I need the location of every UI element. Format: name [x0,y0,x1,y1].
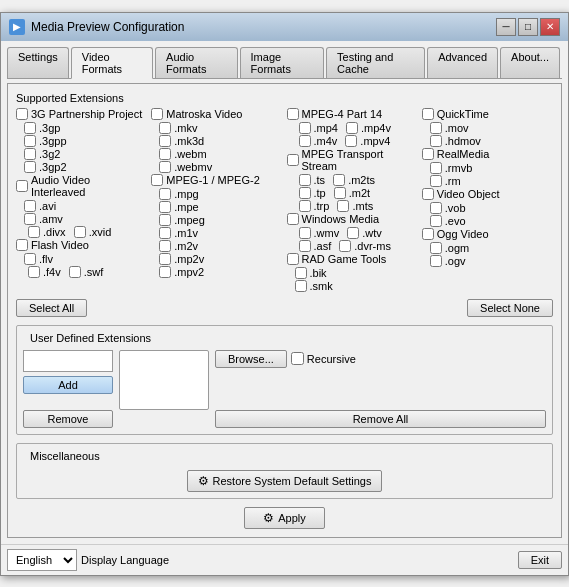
select-none-button[interactable]: Select None [467,299,553,317]
item-mkv: .mkv [155,122,282,134]
tab-about[interactable]: About... [500,47,560,78]
checkbox-mpeg12-group[interactable] [151,174,163,186]
flash-inline: .f4v .swf [20,266,147,279]
tab-image-formats[interactable]: Image Formats [240,47,325,78]
checkbox-trp[interactable] [299,200,311,212]
checkbox-dvr-ms[interactable] [339,240,351,252]
checkbox-mkv[interactable] [159,122,171,134]
remove-all-button[interactable]: Remove All [215,410,546,428]
checkbox-m2ts[interactable] [333,174,345,186]
checkbox-webmv[interactable] [159,161,171,173]
user-defined-input[interactable] [23,350,113,372]
checkbox-realmedia-group[interactable] [422,148,434,160]
checkbox-avi-group[interactable] [16,180,28,192]
checkbox-mpeg[interactable] [159,214,171,226]
checkbox-mts[interactable] [337,200,349,212]
checkbox-evo[interactable] [430,215,442,227]
checkbox-mpv2[interactable] [159,266,171,278]
select-all-button[interactable]: Select All [16,299,87,317]
label-amv: .amv [39,213,63,225]
checkbox-wmedia-group[interactable] [287,213,299,225]
tab-audio-formats[interactable]: Audio Formats [155,47,237,78]
checkbox-3gpp[interactable] [24,135,36,147]
checkbox-mp4[interactable] [299,122,311,134]
recursive-checkbox[interactable] [291,352,304,365]
checkbox-ogg-group[interactable] [422,228,434,240]
checkbox-wtv[interactable] [347,227,359,239]
label-xvid: .xvid [89,226,112,238]
checkbox-vob[interactable] [430,202,442,214]
maximize-button[interactable]: □ [518,18,538,36]
close-button[interactable]: ✕ [540,18,560,36]
checkbox-amv[interactable] [24,213,36,225]
label-trp: .trp [314,200,330,212]
tab-advanced[interactable]: Advanced [427,47,498,78]
browse-button[interactable]: Browse... [215,350,287,368]
checkbox-mpeg-ts-group[interactable] [287,154,299,166]
language-select[interactable]: English French German Spanish [7,549,77,571]
realmedia-items: .rmvb .rm [422,162,553,187]
checkbox-matroska-group[interactable] [151,108,163,120]
checkbox-mov[interactable] [430,122,442,134]
checkbox-flash-group[interactable] [16,239,28,251]
apply-gear-icon: ⚙ [263,511,274,525]
checkbox-3g2[interactable] [24,148,36,160]
label-mpv2: .mpv2 [174,266,204,278]
checkbox-m1v[interactable] [159,227,171,239]
checkbox-asf[interactable] [299,240,311,252]
checkbox-m4v[interactable] [299,135,311,147]
checkbox-3gp2[interactable] [24,161,36,173]
checkbox-vobject-group[interactable] [422,188,434,200]
checkbox-mpv4[interactable] [345,135,357,147]
checkbox-wmv[interactable] [299,227,311,239]
restore-button[interactable]: ⚙ Restore System Default Settings [187,470,383,492]
checkbox-mpe[interactable] [159,201,171,213]
user-defined-list[interactable] [119,350,209,410]
item-hdmov: .hdmov [426,135,553,147]
tab-testing-cache[interactable]: Testing and Cache [326,47,425,78]
exit-button[interactable]: Exit [518,551,562,569]
checkbox-swf[interactable] [69,266,81,278]
checkbox-bik[interactable] [295,267,307,279]
checkbox-quicktime-group[interactable] [422,108,434,120]
checkbox-3gpp-group[interactable] [16,108,28,120]
tab-settings[interactable]: Settings [7,47,69,78]
checkbox-m2v[interactable] [159,240,171,252]
minimize-button[interactable]: ─ [496,18,516,36]
group-mpeg12-label: MPEG-1 / MPEG-2 [166,174,260,186]
apply-label: Apply [278,512,306,524]
checkbox-webm[interactable] [159,148,171,160]
checkbox-mp4v[interactable] [346,122,358,134]
tab-video-formats[interactable]: Video Formats [71,47,153,79]
checkbox-m2t[interactable] [334,187,346,199]
checkbox-mk3d[interactable] [159,135,171,147]
checkbox-flv[interactable] [24,253,36,265]
checkbox-ts[interactable] [299,174,311,186]
checkbox-divx[interactable] [28,226,40,238]
checkbox-mp2v[interactable] [159,253,171,265]
checkbox-avi[interactable] [24,200,36,212]
checkbox-mpeg4-group[interactable] [287,108,299,120]
item-rm: .rm [426,175,553,187]
group-ogg-label: Ogg Video [437,228,489,240]
checkbox-xvid[interactable] [74,226,86,238]
checkbox-ogv[interactable] [430,255,442,267]
misc-content: ⚙ Restore System Default Settings [23,470,546,492]
checkbox-rad-group[interactable] [287,253,299,265]
group-quicktime-label: QuickTime [437,108,489,120]
checkbox-smk[interactable] [295,280,307,292]
remove-button[interactable]: Remove [23,410,113,428]
checkbox-f4v[interactable] [28,266,40,278]
apply-button[interactable]: ⚙ Apply [244,507,325,529]
checkbox-ogm[interactable] [430,242,442,254]
item-mp4: .mp4 [295,122,338,134]
checkbox-tp[interactable] [299,187,311,199]
checkbox-rm[interactable] [430,175,442,187]
checkbox-3gp[interactable] [24,122,36,134]
checkbox-hdmov[interactable] [430,135,442,147]
misc-section: Miscellaneous ⚙ Restore System Default S… [16,443,553,499]
checkbox-rmvb[interactable] [430,162,442,174]
checkbox-mpg[interactable] [159,188,171,200]
add-button[interactable]: Add [23,376,113,394]
label-mpg: .mpg [174,188,198,200]
